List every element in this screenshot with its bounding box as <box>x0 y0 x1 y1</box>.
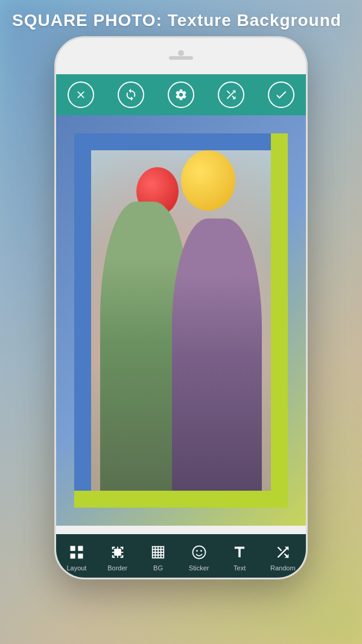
frame-border-left <box>74 133 91 508</box>
bg-icon <box>148 543 168 562</box>
bg-button[interactable]: BG <box>148 543 168 572</box>
shuffle-button[interactable] <box>218 81 244 108</box>
settings-button[interactable] <box>168 81 194 108</box>
shuffle-icon <box>224 88 238 101</box>
settings-icon <box>174 88 188 101</box>
swap-button[interactable] <box>118 81 144 108</box>
phone-speaker <box>169 56 193 60</box>
check-icon <box>275 88 288 101</box>
photo-content <box>91 150 271 491</box>
photo-frame <box>74 133 288 508</box>
close-icon <box>75 89 87 101</box>
random-icon <box>273 543 293 562</box>
text-label: Text <box>233 564 246 572</box>
bg-label: BG <box>153 564 163 572</box>
random-label: Random <box>270 564 296 572</box>
layout-icon <box>67 543 86 562</box>
canvas-area <box>56 115 306 526</box>
random-button[interactable]: Random <box>270 543 296 572</box>
sticker-button[interactable]: Sticker <box>189 543 209 572</box>
frame-border-top <box>74 133 288 150</box>
photo-image <box>91 150 271 491</box>
frame-border-right <box>271 133 288 508</box>
border-button[interactable]: Border <box>107 543 127 572</box>
balloon-yellow <box>181 150 235 211</box>
girl-right <box>172 218 262 491</box>
close-button[interactable] <box>68 81 94 108</box>
phone-mockup: Layout Border <box>54 36 308 579</box>
layout-button[interactable]: Layout <box>66 543 86 572</box>
text-icon <box>230 543 249 562</box>
border-icon <box>108 543 127 562</box>
svg-point-10 <box>196 550 198 552</box>
phone-camera <box>178 50 184 56</box>
page-title: SQUARE PHOTO: Texture Background <box>12 11 350 30</box>
swap-icon <box>124 88 138 101</box>
header: SQUARE PHOTO: Texture Background <box>0 0 362 41</box>
svg-point-9 <box>192 546 205 559</box>
layout-label: Layout <box>66 564 86 572</box>
border-label: Border <box>107 564 127 572</box>
frame-border-bottom <box>74 491 288 508</box>
text-button[interactable]: Text <box>230 543 249 572</box>
sticker-label: Sticker <box>189 564 209 572</box>
confirm-button[interactable] <box>268 81 294 108</box>
phone-top-bezel <box>56 38 306 74</box>
toolbar <box>56 74 306 115</box>
sticker-icon <box>189 543 209 562</box>
svg-point-11 <box>200 550 202 552</box>
bottom-bar: Layout Border <box>56 534 306 578</box>
